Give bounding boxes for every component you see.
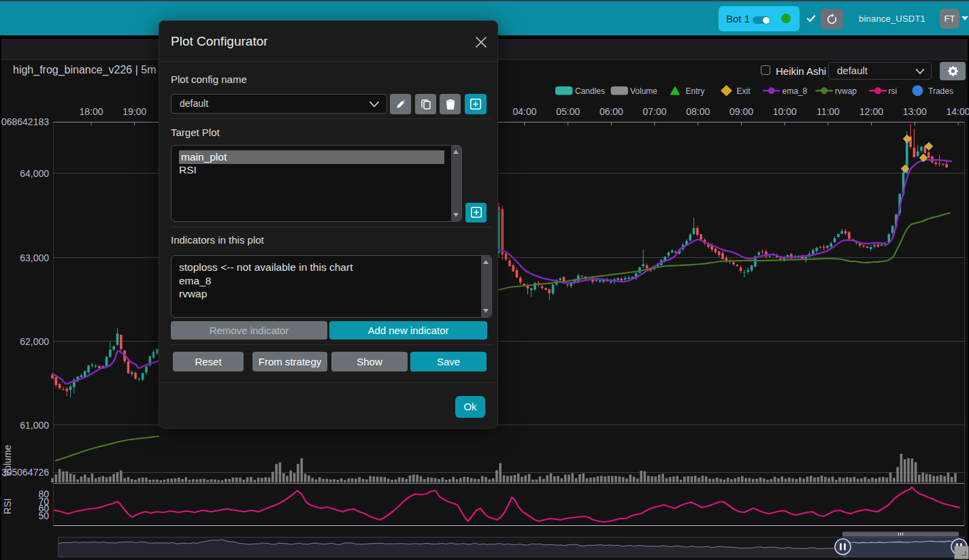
svg-text:08:00: 08:00 [686, 106, 710, 117]
svg-text:Candles: Candles [575, 86, 605, 96]
svg-text:06:00: 06:00 [600, 106, 623, 117]
svg-text:64,000: 64,000 [20, 168, 49, 179]
svg-text:Volume: Volume [630, 86, 657, 96]
svg-text:11:00: 11:00 [817, 106, 840, 117]
svg-text:RSI: RSI [2, 498, 13, 514]
svg-text:14:00: 14:00 [946, 106, 969, 117]
svg-text:62,000: 62,000 [20, 336, 49, 347]
svg-text:Trades: Trades [928, 86, 953, 96]
svg-text:high_frog_binance_v226 | 5m: high_frog_binance_v226 | 5m [13, 64, 157, 76]
svg-text:ema_8: ema_8 [783, 86, 808, 96]
svg-text:50: 50 [38, 510, 49, 521]
svg-text:09:00: 09:00 [729, 106, 753, 117]
svg-text:05:00: 05:00 [556, 106, 580, 117]
svg-text:Volume: Volume [2, 444, 13, 476]
svg-text:068642183: 068642183 [1, 116, 49, 127]
svg-text:07:00: 07:00 [643, 106, 667, 117]
svg-text:10:00: 10:00 [773, 106, 797, 117]
svg-text:61,000: 61,000 [20, 420, 49, 431]
svg-text:Entry: Entry [686, 86, 705, 96]
svg-text:13:00: 13:00 [903, 106, 927, 117]
svg-text:18:00: 18:00 [79, 106, 103, 117]
svg-text:Exit: Exit [737, 86, 751, 96]
svg-text:04:00: 04:00 [512, 106, 536, 117]
svg-text:63,000: 63,000 [20, 252, 49, 263]
svg-text:12:00: 12:00 [859, 106, 883, 117]
svg-text:19:00: 19:00 [122, 106, 146, 117]
svg-text:rvwap: rvwap [835, 86, 857, 96]
svg-text:rsi: rsi [889, 86, 898, 96]
